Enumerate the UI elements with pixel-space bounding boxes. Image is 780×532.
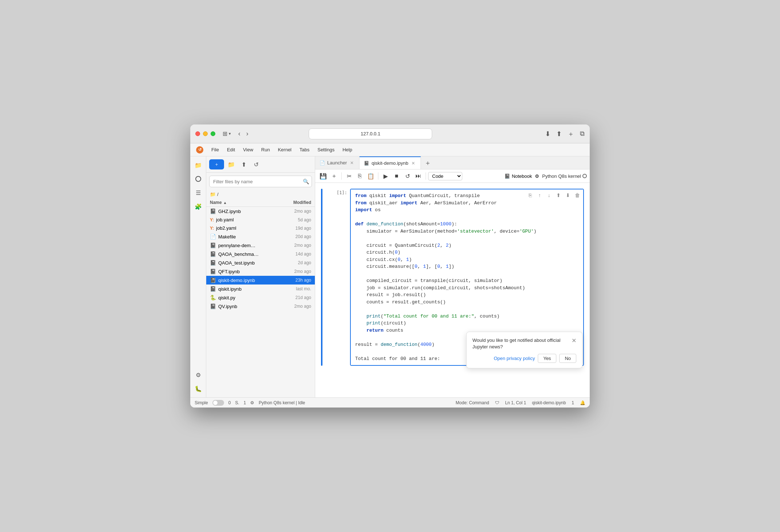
sidebar-toggle-button[interactable]: ⊞ ▾ (223, 130, 231, 137)
plus-icon: ＋ (214, 161, 219, 168)
list-item[interactable]: 📓 qiskit-demo.ipynb 23h ago (206, 276, 315, 285)
menu-file[interactable]: File (208, 146, 223, 154)
file-modified: 2mo ago (286, 304, 311, 309)
delete-cell-button[interactable]: 🗑 (573, 191, 582, 200)
list-item[interactable]: 📓 QFT.ipynb 2mo ago (206, 267, 315, 276)
menu-settings[interactable]: Settings (314, 146, 338, 154)
run-button[interactable]: ▶ (381, 171, 391, 181)
path-text: / (217, 192, 219, 197)
file-modified: 21d ago (286, 295, 311, 300)
upload-button[interactable]: ⬆ (239, 159, 249, 169)
file-name: Makefile (218, 234, 284, 240)
notification-close-button[interactable]: ✕ (572, 337, 576, 344)
save-button[interactable]: 💾 (318, 171, 328, 181)
menu-run[interactable]: Run (257, 146, 273, 154)
list-item[interactable]: Y: job.yaml 5d ago (206, 216, 315, 224)
copy-button[interactable]: ⎘ (355, 171, 365, 181)
cell-up-button[interactable]: ↑ (535, 191, 544, 200)
forward-button[interactable]: › (244, 129, 251, 138)
search-input[interactable] (209, 176, 312, 187)
cell-type-selector[interactable]: Code Markdown Raw (428, 172, 462, 180)
menu-help[interactable]: Help (339, 146, 356, 154)
bug-icon-btn[interactable]: 🐛 (192, 383, 204, 394)
paste-button[interactable]: 📋 (366, 171, 376, 181)
list-icon-btn[interactable]: ☰ (192, 187, 204, 199)
cell-gutter: [1]: (325, 189, 347, 366)
list-item[interactable]: 📓 QAOA_benchma… 14d ago (206, 250, 315, 258)
upload-icon: ⬆ (241, 161, 246, 168)
add-tab-button[interactable]: ＋ (421, 159, 435, 167)
new-tab-icon[interactable]: ＋ (568, 130, 574, 138)
back-button[interactable]: ‹ (236, 129, 243, 138)
notebook-tab-close[interactable]: ✕ (410, 160, 416, 166)
file-modified: last mo. (286, 286, 311, 291)
list-item[interactable]: 📓 QV.ipynb 2mo ago (206, 302, 315, 311)
menu-view[interactable]: View (239, 146, 257, 154)
restart-run-button[interactable]: ⏭ (413, 171, 423, 181)
file-name: QV.ipynb (218, 304, 284, 309)
separator-3 (426, 172, 426, 180)
stop-button[interactable]: ■ (391, 171, 402, 181)
menu-edit[interactable]: Edit (223, 146, 239, 154)
list-item[interactable]: 🐍 qiskit.py 21d ago (206, 293, 315, 302)
close-button[interactable] (195, 131, 200, 136)
simple-toggle[interactable] (212, 400, 224, 406)
settings-icon-btn[interactable]: ⚙ (192, 369, 204, 381)
traffic-lights (195, 131, 215, 136)
puzzle-icon-btn[interactable]: 🧩 (192, 201, 204, 212)
refresh-button[interactable]: ↺ (251, 159, 261, 169)
folder-icon: 📁 (195, 162, 202, 169)
no-button[interactable]: No (559, 354, 576, 363)
new-button[interactable]: ＋ (209, 159, 224, 169)
cell-add-below-button[interactable]: ⬇ (564, 191, 572, 200)
menu-tabs[interactable]: Tabs (296, 146, 313, 154)
gear-status-icon: ⚙ (250, 400, 254, 405)
folder-icon-btn[interactable]: 📁 (192, 159, 204, 171)
puzzle-icon: 🧩 (195, 203, 202, 210)
chevron-down-icon: ▾ (229, 131, 231, 136)
list-item[interactable]: 📓 pennylane-dem… 2mo ago (206, 241, 315, 250)
notebook-file-icon: 📓 (210, 286, 216, 292)
search-icon: 🔍 (303, 179, 309, 184)
windows-icon[interactable]: ⧉ (580, 130, 585, 138)
yes-button[interactable]: Yes (538, 354, 556, 363)
status-right: Mode: Command 🛡 Ln 1, Col 1 qiskit-demo.… (456, 400, 585, 405)
yaml-file-icon: Y: (210, 217, 214, 222)
privacy-policy-link[interactable]: Open privacy policy (494, 356, 535, 361)
restart-button[interactable]: ↺ (402, 171, 413, 181)
minimize-button[interactable] (203, 131, 208, 136)
file-name: qiskit.ipynb (218, 286, 284, 292)
list-item[interactable]: 📓 QAOA_test.ipynb 2d ago (206, 258, 315, 267)
menu-kernel[interactable]: Kernel (274, 146, 295, 154)
cell-down-button[interactable]: ↓ (545, 191, 553, 200)
add-cell-button[interactable]: ＋ (329, 171, 339, 181)
icon-sidebar: 📁 ☰ 🧩 ⚙ 🐛 (190, 156, 206, 397)
launcher-tab-close[interactable]: ✕ (349, 160, 355, 166)
file-modified: 19d ago (286, 226, 311, 231)
list-item[interactable]: 📓 GHZ.ipynb 2mo ago (206, 207, 315, 216)
kernel-status-text: Python Q8s kernel | Idle (259, 400, 305, 405)
name-column-header[interactable]: Name ▲ (210, 200, 281, 205)
file-name: job2.yaml (216, 225, 284, 231)
file-list-header: Name ▲ Modified (206, 199, 315, 207)
share-icon[interactable]: ⬆ (556, 130, 562, 138)
stop-circle-btn[interactable] (192, 173, 204, 185)
gear-settings-icon: ⚙ (535, 173, 539, 179)
tab-notebook[interactable]: 📓 qiskit-demo.ipynb ✕ (359, 156, 421, 169)
url-bar[interactable]: 127.0.0.1 (309, 128, 432, 139)
maximize-button[interactable] (211, 131, 215, 136)
file-name: qiskit.py (218, 295, 284, 300)
new-folder-button[interactable]: 📁 (226, 159, 236, 169)
copy-cell-button[interactable]: ⎘ (526, 191, 535, 200)
cell-add-above-button[interactable]: ⬆ (554, 191, 563, 200)
tab-launcher[interactable]: 📄 Launcher ✕ (315, 156, 359, 169)
list-item[interactable]: 📄 Makefile 20d ago (206, 232, 315, 241)
tab-bar: 📄 Launcher ✕ 📓 qiskit-demo.ipynb ✕ ＋ (315, 156, 590, 169)
notification-text: Would you like to get notified about off… (472, 337, 569, 350)
cut-button[interactable]: ✂ (344, 171, 354, 181)
download-icon[interactable]: ⬇ (545, 130, 551, 138)
list-item[interactable]: 📓 qiskit.ipynb last mo. (206, 285, 315, 293)
list-item[interactable]: Y: job2.yaml 19d ago (206, 224, 315, 232)
modified-column-header[interactable]: Modified (282, 200, 311, 205)
notebook-content: [1]: ⎘ ↑ ↓ ⬆ ⬇ 🗑 from qiskit import Quan… (315, 183, 590, 397)
